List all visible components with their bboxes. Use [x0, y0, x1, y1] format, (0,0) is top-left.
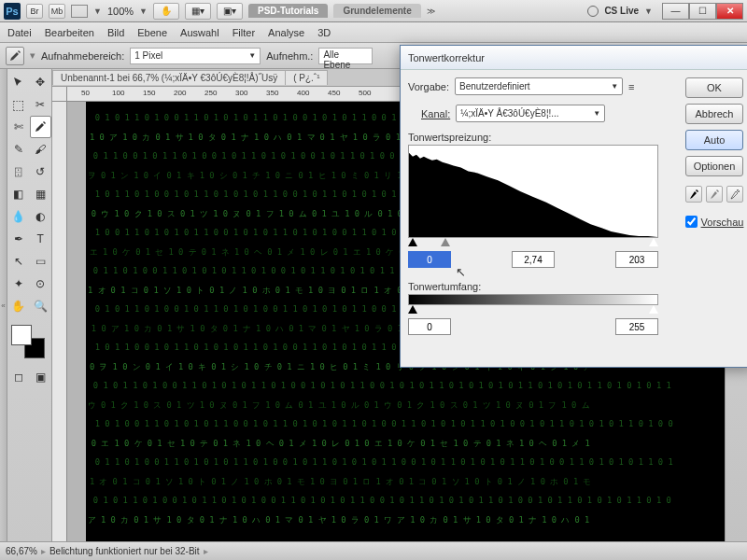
input-sliders[interactable]: [408, 238, 658, 249]
black-eyedropper[interactable]: [685, 186, 702, 203]
ok-button[interactable]: OK: [685, 77, 743, 98]
ruler-tick: 100: [112, 89, 124, 97]
output-black-field[interactable]: [408, 318, 451, 335]
ruler-tick: 400: [297, 89, 309, 97]
history-brush-tool[interactable]: ↺: [30, 161, 52, 183]
blur-tool[interactable]: 💧: [7, 205, 30, 228]
ruler-tick: 450: [328, 89, 340, 97]
zoom-display[interactable]: 100%: [107, 6, 134, 17]
output-sliders[interactable]: [408, 305, 658, 316]
sample-combo[interactable]: Alle Ebene: [318, 48, 373, 64]
workspace-tab-active[interactable]: PSD-Tutorials: [248, 4, 328, 18]
stamp-tool[interactable]: ⌹: [7, 161, 30, 183]
close-button[interactable]: ✕: [716, 3, 743, 20]
channel-combo[interactable]: ¼;xÏÄ•Y Å€3ôÚ€yÈ8¦!...▼: [456, 105, 605, 122]
type-tool[interactable]: T: [30, 228, 52, 250]
gray-eyedropper[interactable]: [706, 186, 723, 203]
menu-ebene[interactable]: Ebene: [137, 27, 167, 38]
channel-label: Kanal:: [421, 108, 450, 119]
3d-tool[interactable]: ✦: [7, 273, 30, 295]
white-eyedropper[interactable]: [726, 186, 743, 203]
path-tool[interactable]: ↖: [7, 250, 30, 273]
hand-tool[interactable]: ✋: [7, 295, 30, 317]
input-white-field[interactable]: [615, 251, 658, 268]
sample-size-combo[interactable]: 1 Pixel▼: [130, 48, 261, 64]
view-button[interactable]: ▦▾: [185, 3, 211, 20]
group-icon[interactable]: [71, 5, 88, 18]
dodge-tool[interactable]: ◐: [30, 205, 52, 228]
crop-tool[interactable]: ✄: [7, 116, 30, 138]
output-gradient[interactable]: [408, 294, 658, 305]
hand-tool-button[interactable]: ✋: [153, 3, 179, 20]
preview-checkbox[interactable]: Vorschau: [685, 216, 744, 228]
ruler-tick: 350: [266, 89, 278, 97]
move-tool-2[interactable]: ✥: [30, 71, 52, 93]
foreground-color-swatch[interactable]: [11, 325, 32, 345]
menu-filter[interactable]: Filter: [233, 27, 255, 38]
svg-text:0 エ 1 0 ケ 0 1 セ 1 0 テ 0 1 ネ 1 : 0 エ 1 0 ケ 0 1 セ 1 0 テ 0 1 ネ 1 0 ヘ 0 1 メ …: [92, 438, 590, 447]
zoom-tool[interactable]: 🔍: [30, 295, 52, 317]
menu-bild[interactable]: Bild: [107, 27, 124, 38]
ruler-tick: 250: [204, 89, 217, 97]
eyedropper-icon[interactable]: [6, 47, 24, 65]
menu-bearbeiten[interactable]: Bearbeiten: [45, 27, 94, 38]
heal-tool[interactable]: ✎: [7, 138, 30, 161]
output-white-field[interactable]: [615, 318, 658, 335]
menu-3d[interactable]: 3D: [317, 27, 331, 38]
cancel-button[interactable]: Abbrech: [685, 104, 743, 124]
quick-mask-tool[interactable]: ◻: [7, 366, 30, 388]
left-strip[interactable]: «: [0, 69, 7, 541]
input-levels-label: Tonwertspreizung:: [408, 132, 491, 143]
levels-dialog: Tonwertkorrektur Vorgabe: Benutzerdefini…: [400, 45, 747, 368]
sample-label: Aufnehm.:: [266, 50, 313, 62]
cs-live-label[interactable]: CS Live: [604, 6, 639, 16]
move-tool[interactable]: [7, 71, 30, 93]
preset-combo[interactable]: Benutzerdefiniert▼: [455, 77, 623, 95]
mini-bridge-button[interactable]: Mb: [49, 4, 65, 19]
dialog-titlebar[interactable]: Tonwertkorrektur: [401, 46, 747, 70]
screen-mode-tool[interactable]: ▣: [30, 366, 52, 388]
cs-live-icon[interactable]: [587, 6, 599, 17]
menu-analyse[interactable]: Analyse: [268, 27, 304, 38]
options-button[interactable]: Optionen: [685, 156, 743, 176]
auto-button[interactable]: Auto: [685, 130, 743, 150]
ruler-corner: [52, 87, 67, 102]
lasso-tool[interactable]: ✂: [30, 93, 52, 116]
preview-checkbox-input[interactable]: [685, 216, 698, 228]
camera-tool[interactable]: ⊙: [30, 273, 52, 295]
shape-tool[interactable]: ▭: [30, 250, 52, 273]
more-icon[interactable]: ≫: [427, 7, 435, 16]
status-zoom[interactable]: 66,67%: [6, 546, 37, 556]
menu-auswahl[interactable]: Auswahl: [180, 27, 219, 38]
maximize-button[interactable]: ☐: [689, 3, 716, 20]
pen-tool[interactable]: ✒: [7, 228, 30, 250]
workspace-tab[interactable]: Grundelemente: [333, 4, 420, 18]
histogram[interactable]: [408, 145, 658, 238]
output-white-slider[interactable]: [649, 305, 658, 314]
screen-mode-button[interactable]: ▣▾: [217, 3, 243, 20]
preset-menu-icon[interactable]: ≡: [628, 81, 634, 92]
black-point-slider[interactable]: [408, 238, 417, 246]
white-point-slider[interactable]: [649, 238, 658, 246]
input-black-field[interactable]: [408, 251, 451, 268]
eraser-tool[interactable]: ◧: [7, 183, 30, 205]
eyedropper-tool[interactable]: [30, 116, 52, 138]
ruler-tick: 50: [81, 89, 90, 97]
chevron-down-icon: ▼: [644, 7, 653, 16]
marquee-tool[interactable]: ⬚: [7, 93, 30, 116]
menu-datei[interactable]: Datei: [7, 27, 32, 38]
output-black-slider[interactable]: [408, 305, 417, 314]
svg-text:0 1 0 1 1 0 1 0 0 1 1 0 1 0 1 : 0 1 0 1 1 0 1 0 0 1 1 0 1 0 1 0 1 1 0 1 …: [93, 381, 671, 390]
gradient-tool[interactable]: ▦: [30, 183, 52, 205]
color-swatches[interactable]: [7, 323, 49, 366]
brush-tool[interactable]: 🖌: [30, 138, 52, 161]
menubar: Datei Bearbeiten Bild Ebene Auswahl Filt…: [0, 22, 747, 43]
chevron-icon: «: [1, 301, 5, 310]
ruler-tick: 200: [174, 89, 186, 97]
doc-tab-2[interactable]: ( P¿.ˆ¹: [285, 70, 328, 85]
input-gamma-field[interactable]: [512, 251, 555, 268]
minimize-button[interactable]: —: [662, 3, 689, 20]
doc-tab-1[interactable]: Unbenannt-1 bei 66,7% (¼;xÏÄ•Y €3ôÚ€yÈ8¦…: [52, 70, 286, 85]
gamma-slider[interactable]: [441, 238, 450, 246]
bridge-button[interactable]: Br: [26, 4, 43, 19]
